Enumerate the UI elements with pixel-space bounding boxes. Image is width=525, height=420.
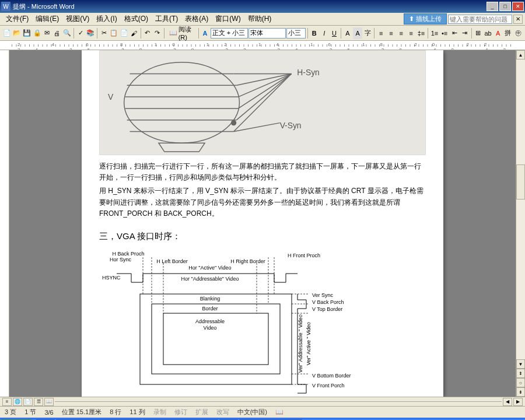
- format-icon[interactable]: A: [200, 27, 209, 39]
- status-ext[interactable]: 扩展: [195, 408, 208, 416]
- hscroll-left-icon[interactable]: ◀: [503, 398, 512, 406]
- close-button[interactable]: ✕: [512, 2, 524, 11]
- svg-text:H-Syn: H-Syn: [297, 68, 319, 77]
- status-line: 8 行: [110, 408, 121, 416]
- redo-icon[interactable]: ↷: [153, 27, 162, 39]
- menu-window[interactable]: 窗口(W): [212, 13, 244, 25]
- menu-table[interactable]: 表格(A): [181, 13, 212, 25]
- hscroll-right-icon[interactable]: ▶: [513, 398, 523, 406]
- save-icon[interactable]: 💾: [22, 27, 32, 39]
- outdent-icon[interactable]: ⇤: [450, 27, 459, 39]
- italic-icon[interactable]: I: [320, 27, 329, 39]
- web-view-icon[interactable]: 🌐: [13, 398, 22, 406]
- bullets-icon[interactable]: •≡: [440, 27, 449, 39]
- research-icon[interactable]: 📚: [86, 27, 95, 39]
- phonetic-icon[interactable]: 拼: [503, 27, 513, 39]
- align-justify-icon[interactable]: ≡: [407, 27, 416, 39]
- char-scale-icon[interactable]: 字: [363, 27, 372, 39]
- menu-insert[interactable]: 插入(I): [93, 13, 120, 25]
- border-icon[interactable]: ⊞: [473, 27, 482, 39]
- open-icon[interactable]: 📂: [12, 27, 22, 39]
- document-area[interactable]: V H-Syn V-Syn 逐行扫描，扫描完一行进行下一行，所有这一屏幕的都扫描…: [9, 50, 516, 397]
- format-painter-icon[interactable]: 🖌: [130, 27, 139, 39]
- mail-icon[interactable]: ✉: [43, 27, 52, 39]
- copy-icon[interactable]: 📋: [109, 27, 118, 39]
- svg-text:HSYNC: HSYNC: [102, 275, 121, 281]
- svg-text:Blanking: Blanking: [200, 296, 220, 302]
- read-button[interactable]: 📖阅读(R): [166, 27, 197, 39]
- char-border-icon[interactable]: A: [343, 27, 352, 39]
- align-right-icon[interactable]: ≡: [397, 27, 406, 39]
- menu-format[interactable]: 格式(O): [121, 13, 152, 25]
- status-spellcheck-icon[interactable]: 📖: [275, 408, 284, 416]
- cut-icon[interactable]: ✂: [99, 27, 108, 39]
- taskbar: ⊞ 开始 🌀 📁C:\PL_VGA\PL_VGA... 📁C:\Users\Ad…: [0, 418, 525, 420]
- status-trk[interactable]: 修订: [174, 408, 187, 416]
- undo-icon[interactable]: ↶: [143, 27, 152, 39]
- svg-text:Ver" Active " Video: Ver" Active " Video: [306, 322, 312, 365]
- svg-text:Hor "Active" Video: Hor "Active" Video: [188, 265, 231, 271]
- style-select[interactable]: 正文 + 小三: [211, 28, 248, 38]
- svg-text:Addressable: Addressable: [195, 318, 225, 324]
- normal-view-icon[interactable]: ≡: [2, 398, 12, 406]
- permission-icon[interactable]: 🔒: [33, 27, 42, 39]
- print-icon[interactable]: 🖨: [52, 27, 62, 39]
- svg-text:V-Syn: V-Syn: [280, 121, 302, 131]
- font-select[interactable]: 宋体: [249, 28, 286, 38]
- highlight-icon[interactable]: ab: [483, 27, 492, 39]
- svg-text:H Back Proch: H Back Proch: [112, 251, 144, 257]
- svg-point-0: [124, 62, 240, 143]
- svg-line-9: [238, 74, 291, 97]
- line-spacing-icon[interactable]: ‡≡: [416, 27, 426, 39]
- svg-text:H Right Border: H Right Border: [230, 258, 265, 264]
- svg-line-11: [237, 74, 292, 120]
- horizontal-ruler[interactable]: 2 4 6 8 10 12 14 16 18 20 22 24 26 28 30…: [0, 41, 525, 50]
- status-lang[interactable]: 中文(中国): [237, 408, 267, 416]
- paste-icon[interactable]: 📄: [119, 27, 128, 39]
- status-rec[interactable]: 录制: [153, 408, 166, 416]
- align-left-icon[interactable]: ≡: [376, 27, 386, 39]
- menu-edit[interactable]: 编辑(E): [32, 13, 62, 25]
- svg-text:V Bottom Border: V Bottom Border: [312, 373, 351, 379]
- menu-help[interactable]: 帮助(H): [244, 13, 275, 25]
- font-color-icon[interactable]: A: [494, 27, 503, 39]
- word-icon: W: [1, 2, 10, 11]
- print-view-icon[interactable]: 📄: [23, 398, 33, 406]
- spellcheck-icon[interactable]: ✓: [76, 27, 85, 39]
- svg-text:V Front Porch: V Front Porch: [312, 383, 345, 388]
- vertical-scrollbar[interactable]: ▲ ▼ ⇞ ○ ⇟: [516, 50, 525, 397]
- menu-file[interactable]: 文件(F): [2, 13, 32, 25]
- next-page-icon[interactable]: ⇟: [516, 387, 525, 397]
- scroll-down-icon[interactable]: ▼: [516, 359, 525, 369]
- scroll-thumb[interactable]: [516, 164, 525, 200]
- window-title: 提纲 - Microsoft Word: [13, 2, 487, 11]
- new-icon[interactable]: 📄: [2, 27, 12, 39]
- size-select[interactable]: 小三: [286, 28, 306, 38]
- maximize-button[interactable]: □: [499, 2, 511, 11]
- page: V H-Syn V-Syn 逐行扫描，扫描完一行进行下一行，所有这一屏幕的都扫描…: [82, 50, 443, 397]
- status-col: 11 列: [130, 408, 145, 416]
- bold-icon[interactable]: B: [310, 27, 319, 39]
- status-ovr[interactable]: 改写: [216, 408, 229, 416]
- numbering-icon[interactable]: 1≡: [430, 27, 439, 39]
- scroll-up-icon[interactable]: ▲: [516, 50, 525, 60]
- align-center-icon[interactable]: ≡: [386, 27, 396, 39]
- help-search-input[interactable]: [448, 15, 512, 24]
- prev-page-icon[interactable]: ⇞: [516, 369, 525, 378]
- preview-icon[interactable]: 🔍: [62, 27, 72, 39]
- menu-view[interactable]: 视图(V): [62, 13, 93, 25]
- upload-button[interactable]: ⬆描线上传: [404, 13, 447, 24]
- underline-icon[interactable]: U: [330, 27, 339, 39]
- vertical-ruler[interactable]: [0, 50, 9, 397]
- minimize-button[interactable]: _: [487, 2, 498, 11]
- indent-icon[interactable]: ⇥: [460, 27, 469, 39]
- doc-close-button[interactable]: ✕: [513, 15, 523, 24]
- outline-view-icon[interactable]: ☰: [34, 398, 43, 406]
- menu-tools[interactable]: 工具(T): [152, 13, 181, 25]
- status-section: 1 节: [24, 408, 36, 416]
- reading-view-icon[interactable]: 📖: [44, 398, 54, 406]
- char-shading-icon[interactable]: A: [353, 27, 362, 39]
- browse-object-icon[interactable]: ○: [516, 378, 525, 387]
- enclose-icon[interactable]: ㊥: [513, 27, 523, 39]
- status-page: 3 页: [5, 408, 16, 416]
